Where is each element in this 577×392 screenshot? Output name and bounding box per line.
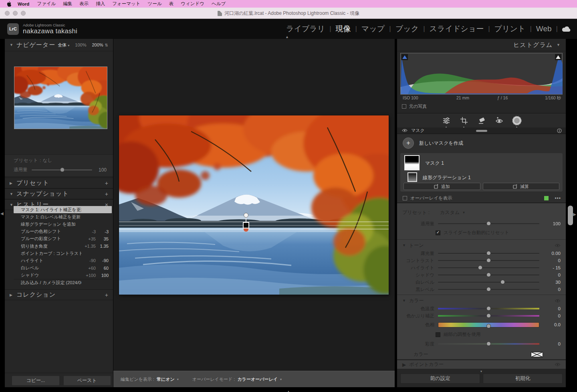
history-row[interactable]: 読み込み / カメラ設定 (2024/06/23 2:01:00) — [14, 279, 112, 286]
hue-slider[interactable] — [438, 322, 539, 327]
right-panel-collapse-arrow[interactable]: ▶ — [573, 212, 576, 216]
crop-tool-icon[interactable] — [459, 115, 469, 126]
menu-table[interactable]: 表 — [165, 1, 178, 7]
history-row[interactable]: ポイントカーブ : コントラスト (中) — [14, 250, 112, 257]
basic-edit-tool-icon[interactable] — [441, 115, 452, 126]
original-photo-checkbox[interactable] — [402, 104, 406, 109]
module-book[interactable]: ブック — [391, 24, 423, 34]
navigator-zoom-100[interactable]: 100% — [75, 42, 86, 47]
overlay-color-swatch[interactable] — [544, 196, 549, 201]
photo-canvas[interactable] — [119, 115, 389, 295]
overlay-mode-dropdown-icon[interactable]: ▾ — [280, 378, 282, 381]
module-print[interactable]: プリント — [490, 24, 530, 34]
right-panel-scrollbar[interactable] — [568, 206, 573, 225]
mask-edit-pin[interactable] — [243, 222, 249, 228]
remove-tool-icon[interactable] — [476, 115, 487, 126]
apple-menu-icon[interactable] — [5, 1, 14, 7]
overlay-more-icon[interactable]: ••• — [555, 196, 561, 201]
cloud-sync-icon[interactable] — [562, 26, 571, 32]
history-row[interactable]: ブルーの彩度シフト+3535 — [14, 235, 112, 242]
mask-preset-value[interactable]: カスタム — [440, 209, 460, 216]
snapshots-section-header[interactable]: ▼ スナップショット + — [5, 188, 113, 199]
navigator-fit-option[interactable]: 全体 ▾ — [58, 42, 69, 48]
menu-window[interactable]: ウィンドウ — [177, 1, 208, 7]
mask-panel-info-icon[interactable] — [557, 128, 562, 133]
preset-amount-thumb[interactable] — [60, 168, 65, 172]
highlight-clipping-indicator[interactable] — [555, 54, 561, 60]
top-panel-collapse-arrow[interactable]: ▲ — [285, 35, 289, 39]
module-web[interactable]: Web — [532, 24, 556, 33]
mask-panel-drag-handle[interactable] — [476, 130, 487, 132]
auto-reset-row[interactable]: スライダーを自動的にリセット — [436, 230, 509, 236]
exposure-slider[interactable] — [438, 253, 539, 254]
history-row[interactable]: 切り抜き角度+1.351.35 — [14, 242, 112, 250]
histogram-graph[interactable] — [400, 53, 563, 95]
history-row[interactable]: 白レベル+6060 — [14, 265, 112, 272]
auto-reset-checkbox[interactable] — [436, 230, 440, 235]
module-slideshow[interactable]: スライドショー — [425, 24, 488, 34]
menu-app-name[interactable]: Word — [14, 2, 33, 6]
module-develop[interactable]: 現像 — [331, 24, 355, 34]
show-edit-pins-dropdown-icon[interactable]: ▾ — [177, 378, 179, 381]
menu-insert[interactable]: 挿入 — [92, 1, 109, 7]
snapshots-add-icon[interactable]: + — [105, 191, 108, 197]
gradient-mask-line-bottom[interactable] — [119, 229, 389, 229]
mask-panel-header[interactable]: マスク — [397, 127, 566, 134]
tone-section-header[interactable]: ▼ トーン — [397, 242, 566, 249]
history-row[interactable]: ブルーの色相シフト-3-3 — [14, 228, 112, 235]
amount-slider[interactable] — [438, 223, 539, 224]
copy-button[interactable]: コピー... — [12, 376, 60, 386]
collections-section-header[interactable]: ▶ コレクション + — [5, 289, 113, 300]
mask1-thumbnail[interactable] — [404, 155, 420, 170]
mask-subtract-button[interactable]: 減算 — [483, 183, 560, 190]
mask-rotate-handle[interactable] — [244, 213, 248, 218]
color-visibility-eye-icon[interactable] — [555, 299, 561, 303]
navigator-header[interactable]: ▼ ナビゲーター 全体 ▾ 100% 200% ⇅ — [5, 39, 113, 51]
overlay-mode-value[interactable]: カラーオーバーレイ — [237, 376, 278, 382]
navigator-preview[interactable] — [14, 67, 107, 129]
masking-tool-icon[interactable] — [512, 115, 522, 126]
contrast-slider[interactable] — [438, 260, 539, 261]
left-panel-collapse-arrow[interactable]: ◀ — [0, 211, 4, 216]
color-section-header[interactable]: ▼ カラー — [397, 297, 566, 304]
histogram-header[interactable]: ヒストグラム ▼ — [397, 39, 566, 51]
point-color-section-header[interactable]: ▶ ポイントカラー — [397, 360, 566, 369]
navigator-zoom-200[interactable]: 200% — [92, 42, 103, 47]
tone-visibility-eye-icon[interactable] — [555, 244, 561, 247]
create-new-mask[interactable]: + 新しいマスクを作成 — [403, 137, 463, 149]
gradient-mask-line-top[interactable] — [119, 222, 389, 222]
color-swatch-none[interactable] — [531, 352, 543, 357]
reset-button[interactable]: 初期化 — [483, 374, 563, 384]
amount-thumb[interactable] — [486, 221, 491, 226]
show-edit-pins-value[interactable]: 常にオン — [157, 376, 175, 382]
presets-section-header[interactable]: ▶ プリセット + — [5, 178, 113, 188]
preset-amount-slider[interactable] — [32, 170, 93, 170]
history-row[interactable]: マスク 1: 白レベル補正を更新 — [14, 213, 112, 220]
collections-add-icon[interactable]: + — [105, 292, 108, 298]
menu-format[interactable]: フォーマット — [109, 1, 144, 7]
menu-help[interactable]: ヘルプ — [208, 1, 229, 7]
mask-preset-row[interactable]: プリセット : カスタム ▾ — [397, 209, 566, 216]
navigator-zoom-stepper-icon[interactable]: ⇅ — [105, 43, 108, 47]
temp-slider[interactable] — [438, 308, 539, 309]
shadow-clipping-indicator[interactable] — [401, 54, 408, 60]
history-row[interactable]: マスク 1: ハイライト補正を更新 — [14, 206, 112, 213]
gradient-mask-line-center[interactable] — [119, 225, 389, 226]
presets-add-icon[interactable]: + — [105, 180, 108, 186]
previous-settings-button[interactable]: 前の設定 — [400, 374, 480, 384]
highlights-slider[interactable] — [438, 267, 539, 268]
fine-adjust-row[interactable]: 細部の調整を使用 — [436, 331, 481, 337]
point-color-eye-icon[interactable] — [555, 363, 561, 366]
whites-slider[interactable] — [438, 282, 539, 283]
module-library[interactable]: ライブラリ — [282, 24, 329, 34]
new-mask-plus-icon[interactable]: + — [403, 137, 414, 149]
original-photo-toggle[interactable]: 元の写真 — [402, 103, 427, 109]
menu-file[interactable]: ファイル — [33, 1, 59, 7]
tint-slider[interactable] — [438, 315, 539, 317]
menu-view[interactable]: 表示 — [76, 1, 92, 7]
module-map[interactable]: マップ — [357, 24, 389, 34]
mask-add-button[interactable]: 追加 — [403, 183, 480, 190]
history-row[interactable]: 線形グラデーション を追加 — [14, 220, 112, 228]
mask1-card[interactable]: マスク 1 線形グラデーション 1 追加 減算 — [400, 153, 563, 192]
show-overlay-checkbox[interactable] — [403, 196, 407, 200]
